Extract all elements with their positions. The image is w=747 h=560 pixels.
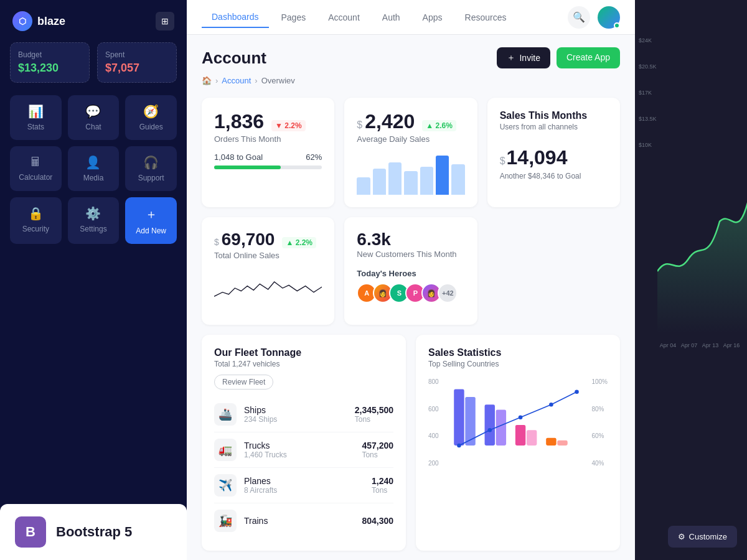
budget-label: Budget — [18, 50, 82, 59]
review-fleet-button[interactable]: Review Fleet — [214, 375, 273, 390]
create-app-button[interactable]: Create App — [557, 47, 620, 68]
trucks-value: 457,200 — [362, 441, 393, 450]
support-label: Support — [138, 174, 164, 182]
planes-name: Planes — [244, 476, 277, 486]
invite-button[interactable]: ＋ Invite — [497, 47, 550, 68]
trains-info: Trains — [244, 516, 268, 526]
sidebar-item-calculator[interactable]: 🖩 Calculator — [10, 146, 62, 191]
daily-sales-label: Average Daily Sales — [357, 134, 464, 144]
sales-goal-text: Another $48,346 to Goal — [500, 172, 608, 180]
nav-account[interactable]: Account — [318, 7, 370, 27]
heroes-label: Today's Heroes — [357, 269, 464, 278]
nav-apps[interactable]: Apps — [413, 7, 453, 27]
metrics-row: $ 69,700 ▲ 2.2% Total Online Sales 6.3k … — [202, 217, 620, 325]
svg-rect-7 — [557, 441, 567, 446]
stats-icon: 📊 — [28, 104, 44, 119]
orders-badge: ▼ 2.2% — [271, 120, 306, 131]
trucks-unit: Tons — [362, 450, 393, 459]
daily-sales-card: $ 2,420 ▲ 2.6% Average Daily Sales — [344, 98, 477, 207]
hero-avatar-count: +42 — [438, 283, 458, 303]
nav-dashboards[interactable]: Dashboards — [202, 7, 269, 28]
ships-value: 2,345,500 — [355, 405, 393, 415]
sidebar-item-settings[interactable]: ⚙️ Settings — [68, 197, 120, 244]
fleet-item-trucks: 🚛 Trucks 1,460 Trucks 457,200 Tons — [214, 432, 393, 468]
sidebar-menu-button[interactable]: ⊞ — [156, 12, 174, 30]
bootstrap-promo: B Bootstrap 5 — [0, 504, 187, 560]
planes-info: Planes 8 Aircrafts — [244, 476, 277, 495]
daily-sales-currency: $ — [357, 119, 362, 131]
invite-plus-icon: ＋ — [507, 52, 515, 63]
breadcrumb-sep2: › — [255, 76, 257, 85]
pct-80: 80% — [591, 406, 608, 413]
sales-month-currency: $ — [500, 156, 505, 167]
stats-label: Stats — [27, 123, 44, 131]
svg-rect-4 — [515, 425, 525, 446]
ships-value-area: 2,345,500 Tons — [355, 405, 393, 424]
nav-resources[interactable]: Resources — [455, 7, 517, 27]
svg-rect-2 — [484, 404, 494, 446]
daily-sales-chart — [357, 151, 464, 195]
bootstrap-icon: B — [15, 516, 46, 548]
svg-rect-3 — [496, 409, 505, 446]
sales-month-card: Sales This Months Users from all channel… — [487, 98, 620, 207]
logo-area: ⬡ blaze — [12, 11, 65, 31]
security-label: Security — [22, 225, 49, 233]
svg-point-9 — [487, 428, 492, 432]
orders-progress-row: 1,048 to Goal 62% — [214, 152, 322, 162]
orders-value: 1,836 — [214, 110, 264, 133]
ships-name: Ships — [244, 405, 277, 415]
nav-auth[interactable]: Auth — [372, 7, 410, 27]
bar-7 — [451, 164, 464, 195]
fleet-item-planes-left: ✈️ Planes 8 Aircrafts — [214, 474, 277, 497]
ships-icon: 🚢 — [214, 403, 237, 426]
breadcrumb-section[interactable]: Account — [222, 76, 251, 85]
nav-pages[interactable]: Pages — [271, 7, 316, 27]
fleet-item-trucks-left: 🚛 Trucks 1,460 Trucks — [214, 439, 287, 461]
trains-value: 804,300 — [362, 516, 393, 526]
customize-button[interactable]: ⚙ Customize — [668, 526, 737, 548]
trains-icon: 🚂 — [214, 510, 237, 532]
bootstrap-label: Bootstrap 5 — [56, 524, 132, 540]
search-button[interactable]: 🔍 — [568, 6, 590, 29]
planes-icon: ✈️ — [214, 474, 237, 497]
chat-label: Chat — [85, 123, 101, 131]
stats-grid: 1,836 ▼ 2.2% Orders This Month 1,048 to … — [202, 98, 620, 207]
right-panel-content: $24K $20.5K $17K $13.5K $10K Apr 04 Apr … — [635, 0, 747, 358]
spent-label: Spent — [105, 50, 169, 59]
sidebar-item-guides[interactable]: 🧭 Guides — [125, 95, 177, 140]
sidebar-item-support[interactable]: 🎧 Support — [125, 146, 177, 191]
breadcrumb-home[interactable]: 🏠 — [202, 76, 212, 85]
y-label-200: 200 — [428, 460, 439, 467]
wavy-chart-svg — [214, 266, 322, 310]
orders-card: 1,836 ▼ 2.2% Orders This Month 1,048 to … — [202, 98, 334, 207]
fleet-item-planes: ✈️ Planes 8 Aircrafts 1,240 Tons — [214, 468, 393, 503]
trucks-name: Trucks — [244, 441, 287, 450]
sidebar-item-stats[interactable]: 📊 Stats — [10, 95, 62, 140]
sidebar-item-add-new[interactable]: ＋ Add New — [125, 197, 177, 244]
sidebar-item-media[interactable]: 👤 Media — [68, 146, 120, 191]
media-label: Media — [83, 174, 104, 182]
svg-rect-6 — [546, 438, 556, 446]
trucks-sub: 1,460 Trucks — [244, 450, 287, 459]
avatar-status-dot — [614, 22, 620, 29]
add-new-icon: ＋ — [145, 206, 157, 223]
orders-label: Orders This Month — [214, 134, 322, 144]
settings-icon: ⚙️ — [85, 206, 101, 221]
sales-stats-title: Sales Statistics — [428, 347, 608, 358]
sidebar-item-security[interactable]: 🔒 Security — [10, 197, 62, 244]
top-nav-right: 🔍 — [568, 6, 620, 29]
svg-rect-0 — [454, 390, 464, 446]
daily-sales-value: 2,420 — [365, 110, 415, 133]
user-avatar[interactable] — [598, 6, 620, 29]
right-panel: $24K $20.5K $17K $13.5K $10K Apr 04 Apr … — [635, 0, 747, 560]
budget-row: Budget $13,230 Spent $7,057 — [0, 42, 187, 83]
sales-stats-card: Sales Statistics Top Selling Countries 8… — [416, 335, 620, 551]
sidebar-item-chat[interactable]: 💬 Chat — [68, 95, 120, 140]
fleet-card: Our Fleet Tonnage Total 1,247 vehicles R… — [202, 335, 406, 551]
svg-point-10 — [518, 415, 522, 419]
guides-label: Guides — [139, 123, 163, 131]
sales-month-value: 14,094 — [507, 146, 568, 169]
fleet-subtitle: Total 1,247 vehicles — [214, 360, 393, 368]
support-icon: 🎧 — [143, 155, 159, 170]
customize-label: Customize — [689, 532, 727, 541]
